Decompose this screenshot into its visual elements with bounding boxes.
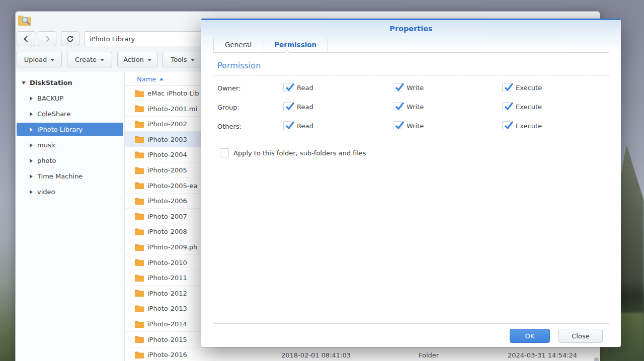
chevron-collapsed-icon[interactable] (30, 174, 33, 178)
sidebar-item-label: BACKUP (37, 95, 63, 102)
chevron-down-icon (100, 59, 104, 61)
folder-icon (135, 136, 144, 143)
name-column-label: Name (137, 75, 156, 83)
sidebar-item-label: ColeShare (37, 110, 70, 118)
chevron-down-icon (50, 59, 54, 61)
sidebar-tree: DiskStation BACKUP ColeShare iPhoto Libr… (16, 72, 124, 361)
file-name: iPhoto-2002 (147, 120, 187, 128)
others-read-checkbox[interactable] (283, 121, 292, 130)
forward-button[interactable] (38, 31, 56, 46)
properties-dialog: Properties General Permission Permission… (201, 19, 621, 347)
tab-permission[interactable]: Permission (263, 38, 328, 52)
file-name: iPhoto-2005 (147, 166, 187, 174)
action-button-label: Action (123, 56, 144, 63)
section-dashed-divider (213, 75, 609, 76)
group-execute-checkbox[interactable] (502, 102, 511, 111)
chevron-collapsed-icon[interactable] (30, 190, 33, 194)
folder-icon (135, 198, 144, 205)
folder-icon (135, 151, 144, 158)
dialog-tabs: General Permission (213, 38, 328, 52)
ok-button[interactable]: OK (510, 329, 550, 343)
chevron-collapsed-icon[interactable] (30, 97, 33, 101)
chevron-collapsed-icon[interactable] (30, 159, 33, 163)
tab-underline (213, 52, 609, 53)
sidebar-item-music[interactable]: music (17, 138, 123, 152)
file-name: iPhoto-2004 (147, 151, 187, 158)
tools-button[interactable]: Tools (163, 52, 203, 67)
chevron-down-icon (191, 59, 195, 61)
file-station-icon (18, 14, 32, 26)
owner-read-checkbox[interactable] (283, 83, 292, 92)
chevron-collapsed-icon[interactable] (30, 112, 33, 116)
file-name: iPhoto-2011 (147, 274, 187, 282)
folder-icon (135, 105, 144, 112)
sidebar-item-label: music (37, 141, 56, 149)
tab-separator (328, 38, 328, 52)
file-name: iPhoto-2010 (147, 259, 187, 266)
sidebar-item-backup[interactable]: BACKUP (17, 92, 123, 105)
permission-row-others: Others: Read Write Execute (201, 121, 621, 132)
folder-icon (135, 275, 144, 282)
vertical-scrollbar-thumb[interactable] (594, 357, 599, 361)
group-read-checkbox[interactable] (283, 102, 292, 111)
folder-icon (135, 121, 144, 128)
folder-icon (135, 351, 144, 358)
sidebar-item-label: photo (37, 157, 56, 164)
write-label: Write (407, 84, 424, 92)
sidebar-item-diskstation[interactable]: DiskStation (17, 76, 123, 89)
back-button[interactable] (17, 31, 35, 46)
chevron-down-icon (147, 59, 151, 61)
sidebar-item-coleshare[interactable]: ColeShare (17, 107, 123, 121)
write-label: Write (407, 103, 424, 111)
created-date-cell: 2024-03-31 14:54:24 (508, 347, 577, 361)
sidebar-item-iphoto-library[interactable]: iPhoto Library (17, 123, 123, 136)
upload-button[interactable]: Upload (17, 52, 62, 67)
file-name: iPhoto-2007 (147, 213, 187, 220)
sidebar-item-video[interactable]: video (17, 185, 123, 199)
modified-date-cell: 2018-02-01 08:41:03 (266, 347, 366, 361)
file-name: iPhoto-2013 (147, 305, 187, 312)
chevron-collapsed-icon[interactable] (30, 128, 33, 132)
create-button[interactable]: Create (67, 52, 112, 67)
read-label: Read (297, 122, 313, 130)
folder-icon (135, 228, 144, 235)
apply-recursive-checkbox[interactable] (220, 148, 229, 157)
tab-general[interactable]: General (214, 38, 263, 52)
close-button[interactable]: Close (558, 329, 603, 343)
file-name: iPhoto-2014 (147, 320, 187, 328)
folder-icon (135, 336, 144, 343)
close-button-label: Close (572, 332, 589, 340)
file-name: eMac iPhoto Lib (147, 89, 199, 97)
apply-recursive-label: Apply to this folder, sub-folders and fi… (233, 149, 366, 157)
file-name: iPhoto-2005-ea (147, 182, 197, 190)
create-button-label: Create (75, 56, 97, 63)
others-write-checkbox[interactable] (393, 121, 402, 130)
chevron-collapsed-icon[interactable] (30, 143, 33, 147)
others-label: Others: (217, 123, 242, 130)
others-execute-checkbox[interactable] (502, 121, 511, 130)
folder-icon (135, 305, 144, 312)
dialog-title: Properties (201, 25, 621, 33)
sidebar-root-label: DiskStation (30, 79, 72, 86)
execute-label: Execute (516, 103, 542, 111)
folder-icon (135, 321, 144, 328)
folder-icon (135, 244, 144, 251)
owner-write-checkbox[interactable] (393, 83, 402, 92)
read-label: Read (297, 103, 313, 111)
group-write-checkbox[interactable] (393, 102, 402, 111)
sidebar-item-label: iPhoto Library (37, 126, 83, 133)
sidebar-item-photo[interactable]: photo (17, 154, 123, 167)
chevron-expanded-icon[interactable] (22, 81, 26, 84)
execute-label: Execute (516, 84, 542, 92)
read-label: Read (297, 84, 313, 92)
permission-section-title: Permission (217, 61, 261, 70)
file-name: iPhoto-2015 (147, 336, 187, 343)
action-button[interactable]: Action (117, 52, 157, 67)
owner-execute-checkbox[interactable] (502, 83, 511, 92)
refresh-button[interactable] (61, 31, 79, 46)
file-row[interactable]: iPhoto-2016 2018-02-01 08:41:03Folder202… (125, 347, 600, 361)
file-type-cell: Folder (419, 347, 439, 361)
sidebar-item-time-machine[interactable]: Time Machine (17, 169, 123, 183)
folder-icon (135, 90, 144, 97)
dialog-footer-divider (213, 323, 609, 324)
